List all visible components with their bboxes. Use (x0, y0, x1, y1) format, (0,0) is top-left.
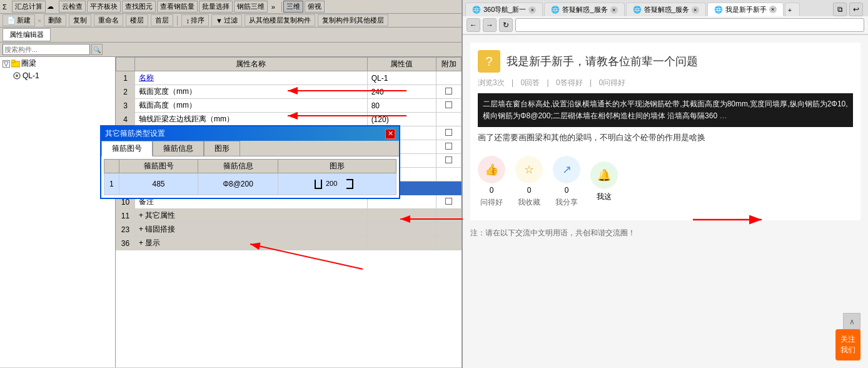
col-num (116, 58, 135, 71)
svg-text:200: 200 (326, 180, 337, 187)
toolbar-second: 📄 新建 × 删除 复制 重命名 楼层 首层 ↕ 排序 ▼ 过滤 从其他楼层复制… (0, 14, 462, 28)
tab-close-0[interactable]: × (528, 6, 536, 14)
dialog-title: 其它箍筋类型设置 ✕ (101, 126, 399, 141)
prop-extra-36 (437, 237, 462, 250)
tree-expand-root[interactable]: ▽ (3, 60, 10, 68)
browser-back-nav-btn[interactable]: ↩ (849, 3, 863, 16)
dialog-col-num (104, 160, 119, 173)
tree-item-root[interactable]: ▽ 圈梁 (0, 57, 115, 70)
browser-tab-1[interactable]: 🌐 答疑解惑_服务 × (544, 3, 624, 16)
new-btn[interactable]: 📄 新建 (3, 14, 35, 26)
back-btn[interactable]: ← (467, 18, 480, 32)
dialog-tab-0[interactable]: 箍筋图号 (101, 141, 153, 156)
action-btn-collect[interactable]: ☆ 0 我收藏 (515, 156, 543, 208)
flat-btn[interactable]: 平齐板块 (87, 1, 121, 13)
prop-checkbox-6[interactable] (437, 140, 462, 154)
expand-icon[interactable]: » (271, 3, 275, 11)
3d-btn[interactable]: 三维 (283, 1, 303, 13)
toolbar-icon-calc: Σ (3, 3, 7, 11)
tab-close-3[interactable]: × (769, 6, 777, 13)
prop-extra-8 (437, 168, 462, 181)
browser-restore-btn[interactable]: ⧉ (833, 3, 847, 16)
sort-btn[interactable]: ↕ 排序 (181, 14, 209, 26)
prop-checkbox-2[interactable] (437, 85, 462, 99)
helpful-count: 0 (490, 186, 494, 195)
props-panel: 属性名称 属性值 附加 1 名称 QL-1 2 (116, 57, 462, 367)
prop-name-11: + 其它属性 (135, 209, 368, 223)
dialog-title-text: 其它箍筋类型设置 (105, 128, 165, 139)
action-btn-follow[interactable]: 🔔 我这 (590, 161, 618, 202)
action-btn-share[interactable]: ↗ 0 我分享 (553, 156, 580, 208)
tab-close-1[interactable]: × (610, 6, 618, 14)
batch-sel-btn[interactable]: 批量选择 (199, 1, 233, 13)
prop-value-36 (367, 237, 436, 250)
search-icon: 🔍 (93, 46, 101, 53)
tab-close-2[interactable]: × (692, 6, 699, 14)
rebar3d-btn[interactable]: 钢筋三维 (234, 1, 268, 13)
copy-btn[interactable]: 复制 (69, 14, 91, 26)
dialog-cell-id-1: 485 (119, 173, 198, 195)
dialog-row-1[interactable]: 1 485 Φ8@200 200 (104, 173, 396, 195)
browser-tab-3[interactable]: 🌐 我是新手新手 × (707, 3, 784, 16)
question-text-content: 二层墙在窗台标高处,设置沿纵横墙通长的水平现浇钢筋砼带,其截面高度为80mm,宽… (483, 100, 848, 120)
tree-item-label-ql1: QL-1 (23, 71, 39, 80)
view-rebar-btn[interactable]: 查看钢筋量 (157, 1, 198, 13)
rename-btn[interactable]: 重命名 (94, 14, 123, 26)
prop-checkbox-7[interactable] (437, 154, 462, 168)
follow-us-btn[interactable]: 关注 我们 (835, 329, 860, 360)
browser-tab-2[interactable]: 🌐 答疑解惑_服务 × (626, 3, 706, 16)
stat-sep-2: | (547, 78, 549, 87)
browser-tab-0[interactable]: 🌐 360导航_新一 × (465, 3, 543, 16)
new-tab-btn[interactable]: + (785, 3, 800, 16)
tree-item-ql1[interactable]: QL-1 (0, 70, 115, 81)
prop-value-11 (367, 209, 436, 223)
prop-value-3[interactable]: 80 (367, 99, 436, 113)
dialog-tab-2[interactable]: 图形 (204, 141, 240, 156)
share-count: 0 (565, 186, 569, 195)
filter-btn[interactable]: ▼ 过滤 (211, 14, 242, 26)
stat-replies: 0回答 (521, 78, 540, 87)
content-area: ▽ 圈梁 QL-1 属性名称 属性值 (0, 57, 462, 367)
prop-value-4[interactable]: (120) (367, 113, 436, 126)
forward-btn[interactable]: → (483, 18, 497, 32)
first-floor-btn[interactable]: 首层 (151, 14, 173, 26)
follow-label: 我这 (597, 192, 612, 202)
dialog-tab-1[interactable]: 箍筋信息 (153, 141, 204, 156)
row-num-1: 1 (116, 71, 135, 85)
prop-row-4: 4 轴线距梁左边线距离（mm） (120) (116, 113, 462, 126)
tab-favicon-3: 🌐 (714, 6, 723, 14)
refresh-btn[interactable]: ↻ (499, 18, 513, 32)
prop-checkbox-3[interactable] (437, 99, 462, 113)
copy-to-btn[interactable]: 复制构件到其他楼层 (318, 14, 388, 26)
left-panel: Σ 汇总计算 ☁ 云检查 平齐板块 查找图元 查看钢筋量 批量选择 钢筋三维 »… (0, 0, 463, 368)
search-button[interactable]: 🔍 (91, 44, 103, 55)
calc-btn[interactable]: 汇总计算 (12, 1, 46, 13)
prop-checkbox-10[interactable] (437, 195, 462, 209)
tab-bar: 属性编辑器 (0, 28, 462, 43)
copy-from-btn[interactable]: 从其他楼层复制构件 (245, 14, 315, 26)
dialog-close-btn[interactable]: ✕ (385, 129, 395, 139)
prop-link-1[interactable]: 名称 (139, 73, 154, 82)
action-btn-helpful[interactable]: 👍 0 问得好 (478, 156, 505, 208)
prop-name-3: 截面高度（mm） (135, 99, 368, 113)
cloud-btn[interactable]: 云检查 (59, 1, 86, 13)
prop-value-2[interactable]: 240 (367, 85, 436, 99)
prop-value-1[interactable]: QL-1 (367, 71, 436, 85)
search-input[interactable] (3, 44, 90, 55)
url-bar[interactable] (515, 18, 864, 32)
dialog-col-info: 箍筋信息 (198, 160, 278, 173)
prop-extra-9 (437, 181, 462, 195)
prop-row-36: 36 + 显示 (116, 237, 462, 250)
prop-name-2: 截面宽度（mm） (135, 85, 368, 99)
question-block: ? 我是新手新手，请教各位前辈一个问题 浏览3次 | 0回答 | 0答得好 | … (470, 43, 860, 220)
star-icon: ☆ (524, 163, 534, 176)
new-icon: 📄 (7, 16, 16, 24)
top-view-btn[interactable]: 俯视 (305, 1, 325, 13)
delete-btn[interactable]: 删除 (44, 14, 66, 26)
stirrup-svg: 200 (312, 175, 362, 193)
floor-btn[interactable]: 楼层 (126, 14, 148, 26)
prop-checkbox-5[interactable] (437, 126, 462, 140)
props-tab[interactable]: 属性编辑器 (3, 28, 51, 41)
find-elem-btn[interactable]: 查找图元 (122, 1, 156, 13)
scroll-top-btn[interactable]: ∧ (843, 313, 860, 330)
